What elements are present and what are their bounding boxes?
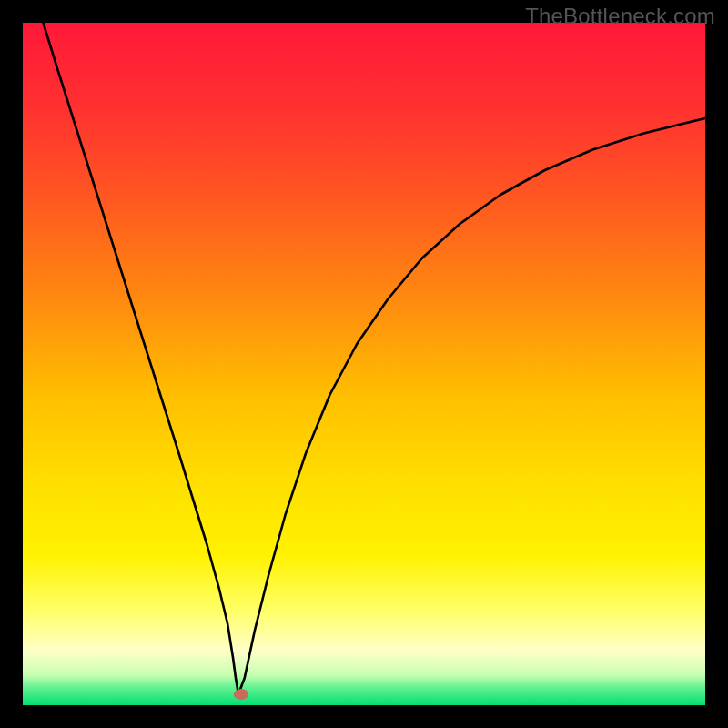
- gradient-background: [23, 23, 705, 705]
- watermark-text: TheBottleneck.com: [525, 4, 715, 29]
- plot-area: [23, 23, 705, 705]
- optimum-marker: [234, 689, 249, 700]
- chart-container: TheBottleneck.com: [0, 0, 728, 728]
- chart-svg: [23, 23, 705, 705]
